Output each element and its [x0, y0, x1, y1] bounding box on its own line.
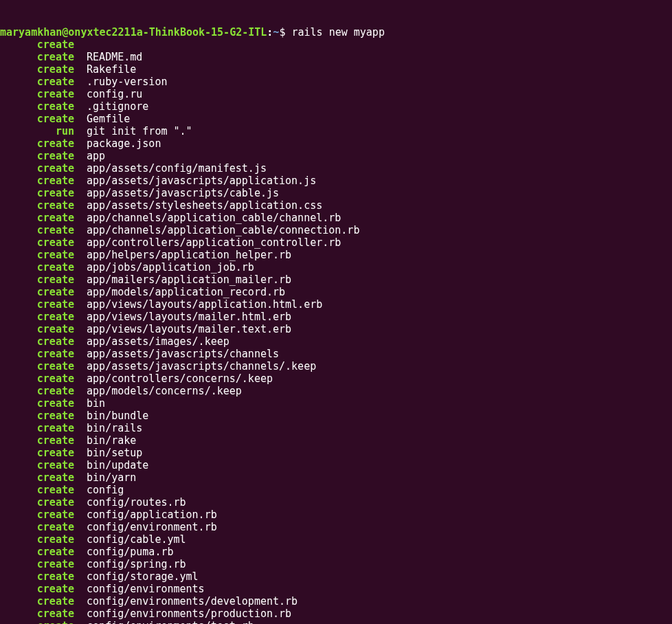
action-label: create — [0, 360, 74, 372]
action-label: create — [0, 496, 74, 509]
file-path: app — [87, 150, 105, 162]
action-label: create — [0, 608, 74, 620]
file-path: config/environments/development.rb — [87, 595, 298, 608]
output-line: create config/environments/production.rb — [0, 608, 672, 620]
action-label: create — [0, 434, 74, 447]
output-line: create bin/bundle — [0, 410, 672, 422]
file-path: app/assets/images/.keep — [87, 335, 229, 348]
output-line: create config/puma.rb — [0, 546, 672, 558]
output-line: create Gemfile — [0, 113, 672, 125]
output-line: create config/spring.rb — [0, 558, 672, 570]
output-line: create app/channels/application_cable/ch… — [0, 212, 672, 224]
action-label: create — [0, 162, 74, 175]
action-label: create — [0, 187, 74, 199]
output-line: create app/views/layouts/mailer.html.erb — [0, 311, 672, 323]
file-path: bin/update — [87, 459, 148, 471]
file-path: app/mailers/application_mailer.rb — [87, 274, 291, 286]
file-path: config/environments/test.rb — [87, 620, 254, 624]
file-path: bin/setup — [87, 447, 142, 459]
action-label: create — [0, 620, 74, 624]
action-label: create — [0, 137, 74, 150]
output-line: create app/assets/stylesheets/applicatio… — [0, 199, 672, 212]
output-line: create config — [0, 484, 672, 496]
file-path: config — [87, 484, 124, 496]
action-label: create — [0, 348, 74, 360]
file-path: app/models/concerns/.keep — [87, 385, 242, 397]
output-line: create config/storage.yml — [0, 570, 672, 583]
output-line: create app/assets/config/manifest.js — [0, 162, 672, 175]
output-line: create app/jobs/application_job.rb — [0, 261, 672, 274]
output-line: create app/controllers/concerns/.keep — [0, 372, 672, 385]
file-path: config/environments — [87, 583, 205, 595]
output-line: create bin/rails — [0, 422, 672, 434]
file-path: app/helpers/application_helper.rb — [87, 249, 291, 261]
action-label: create — [0, 298, 74, 311]
action-label: create — [0, 113, 74, 125]
action-label: create — [0, 533, 74, 546]
file-path: app/assets/stylesheets/application.css — [87, 199, 322, 212]
file-path: bin/yarn — [87, 471, 136, 484]
prompt-colon: : — [267, 26, 273, 38]
action-label: create — [0, 546, 74, 558]
file-path: config/cable.yml — [87, 533, 186, 546]
output-line: create README.md — [0, 51, 672, 63]
action-label: create — [0, 274, 74, 286]
file-path: app/assets/config/manifest.js — [87, 162, 267, 175]
action-label: create — [0, 88, 74, 100]
file-path: Gemfile — [87, 113, 130, 125]
terminal-output[interactable]: maryamkhan@onyxtec2211a-ThinkBook-15-G2-… — [0, 0, 672, 624]
output-line: create bin — [0, 397, 672, 410]
output-line: create bin/yarn — [0, 471, 672, 484]
output-line: create config/application.rb — [0, 509, 672, 521]
action-label: create — [0, 100, 74, 113]
output-line: create bin/setup — [0, 447, 672, 459]
output-line: create config.ru — [0, 88, 672, 100]
action-label: create — [0, 286, 74, 298]
action-label: create — [0, 323, 74, 335]
action-label: create — [0, 583, 74, 595]
output-line: run git init from "." — [0, 125, 672, 137]
file-path: Rakefile — [87, 63, 136, 76]
file-path: config.ru — [87, 88, 142, 100]
output-line: create app/assets/javascripts/channels — [0, 348, 672, 360]
output-line: create app/models/concerns/.keep — [0, 385, 672, 397]
command-text: rails new myapp — [291, 26, 384, 38]
output-line: create config/routes.rb — [0, 496, 672, 509]
action-label: create — [0, 570, 74, 583]
output-line: create app/views/layouts/application.htm… — [0, 298, 672, 311]
output-line: create app/assets/javascripts/applicatio… — [0, 175, 672, 187]
file-path: package.json — [87, 137, 161, 150]
output-line: create config/cable.yml — [0, 533, 672, 546]
action-label: create — [0, 459, 74, 471]
action-label: create — [0, 311, 74, 323]
action-label: create — [0, 471, 74, 484]
file-path: app/models/application_record.rb — [87, 286, 285, 298]
action-label: create — [0, 558, 74, 570]
output-line: create app/helpers/application_helper.rb — [0, 249, 672, 261]
file-path: app/controllers/concerns/.keep — [87, 372, 273, 385]
prompt-user-host: maryamkhan@onyxtec2211a-ThinkBook-15-G2-… — [0, 26, 267, 38]
action-label: create — [0, 484, 74, 496]
action-label: create — [0, 397, 74, 410]
output-line: create app/models/application_record.rb — [0, 286, 672, 298]
action-label: create — [0, 335, 74, 348]
action-label: create — [0, 249, 74, 261]
action-label: create — [0, 372, 74, 385]
action-label: create — [0, 261, 74, 274]
output-line: create app/assets/javascripts/channels/.… — [0, 360, 672, 372]
file-path: config/storage.yml — [87, 570, 199, 583]
action-label: create — [0, 150, 74, 162]
file-path: .gitignore — [87, 100, 148, 113]
file-path: app/assets/javascripts/channels — [87, 348, 279, 360]
file-path: bin/bundle — [87, 410, 148, 422]
action-label: run — [0, 125, 74, 137]
output-line: create .ruby-version — [0, 76, 672, 88]
output-line: create bin/update — [0, 459, 672, 471]
prompt-line: maryamkhan@onyxtec2211a-ThinkBook-15-G2-… — [0, 26, 672, 38]
output-line: create package.json — [0, 137, 672, 150]
file-path: bin/rails — [87, 422, 142, 434]
file-path: .ruby-version — [87, 76, 167, 88]
file-path: config/environments/production.rb — [87, 608, 291, 620]
action-label: create — [0, 175, 74, 187]
output-line: create app/channels/application_cable/co… — [0, 224, 672, 236]
